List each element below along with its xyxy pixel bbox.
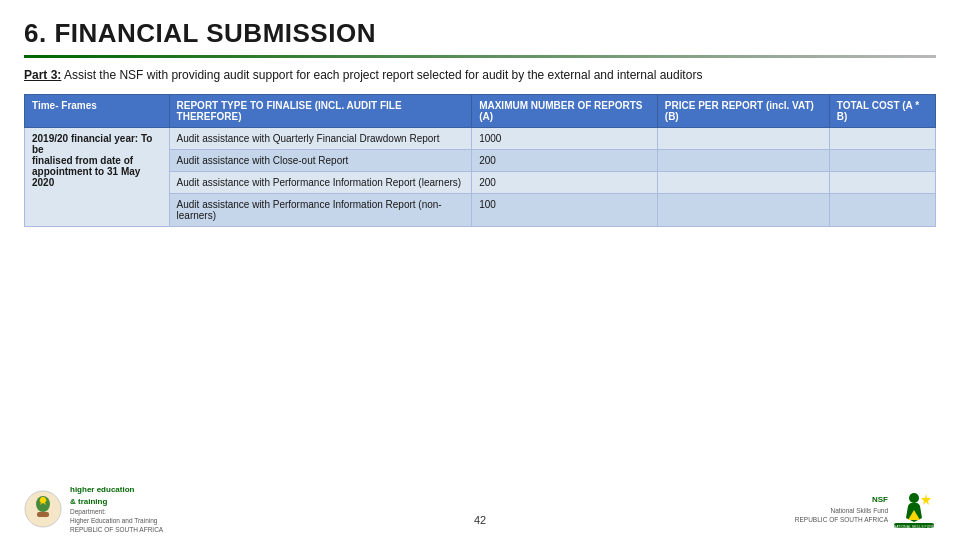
svg-point-5	[909, 493, 919, 503]
total-cost-cell	[829, 194, 935, 227]
total-cost-cell	[829, 128, 935, 150]
col-report-type: REPORT TYPE TO FINALISE (INCL. AUDIT FIL…	[169, 95, 472, 128]
subtitle-rest: Assist the NSF with providing audit supp…	[61, 68, 702, 82]
footer-right: NSF National Skills Fund REPUBLIC OF SOU…	[795, 490, 936, 528]
total-cost-cell	[829, 150, 935, 172]
col-timeframes: Time- Frames	[25, 95, 170, 128]
price-cell	[657, 150, 829, 172]
nsf-label: NSF	[795, 494, 888, 505]
svg-text:NATIONAL SKILLS FUND: NATIONAL SKILLS FUND	[894, 525, 935, 529]
svg-rect-2	[37, 512, 49, 517]
footer-dept-text: higher education & training Department: …	[70, 484, 163, 534]
page-title: 6. FINANCIAL SUBMISSION	[24, 18, 936, 49]
dept-name-line1: higher education	[70, 484, 163, 495]
price-cell	[657, 194, 829, 227]
page-container: 6. FINANCIAL SUBMISSION Part 3: Assist t…	[0, 0, 960, 540]
nsf-emblem-icon: NATIONAL SKILLS FUND	[892, 490, 936, 528]
total-cost-cell	[829, 172, 935, 194]
subtitle: Part 3: Assist the NSF with providing au…	[24, 66, 936, 84]
dept-sub3: REPUBLIC OF SOUTH AFRICA	[70, 525, 163, 534]
col-total-cost: TOTAL COST (A * B)	[829, 95, 935, 128]
nsf-country: REPUBLIC OF SOUTH AFRICA	[795, 515, 888, 524]
timeframe-cell: 2019/20 financial year: To befinalised f…	[25, 128, 170, 227]
table-row: 2019/20 financial year: To befinalised f…	[25, 128, 936, 150]
price-cell	[657, 128, 829, 150]
nsf-full-name: National Skills Fund	[795, 506, 888, 515]
subtitle-part3: Part 3:	[24, 68, 61, 82]
divider	[24, 55, 936, 58]
sa-coa-logo	[24, 490, 62, 528]
svg-marker-6	[921, 494, 931, 505]
submission-table: Time- Frames REPORT TYPE TO FINALISE (IN…	[24, 94, 936, 227]
footer: higher education & training Department: …	[0, 476, 960, 540]
dept-name-line2: & training	[70, 496, 163, 507]
report-type-cell: Audit assistance with Performance Inform…	[169, 172, 472, 194]
nsf-text: NSF National Skills Fund REPUBLIC OF SOU…	[795, 494, 888, 523]
price-cell	[657, 172, 829, 194]
max-reports-cell: 200	[472, 172, 658, 194]
max-reports-cell: 100	[472, 194, 658, 227]
max-reports-cell: 200	[472, 150, 658, 172]
page-number: 42	[474, 514, 486, 526]
report-type-cell: Audit assistance with Quarterly Financia…	[169, 128, 472, 150]
report-type-cell: Audit assistance with Close-out Report	[169, 150, 472, 172]
dept-sub1: Department:	[70, 507, 163, 516]
dept-sub2: Higher Education and Training	[70, 516, 163, 525]
footer-left: higher education & training Department: …	[24, 484, 163, 534]
timeframe-text: 2019/20 financial year: To befinalised f…	[32, 133, 152, 188]
report-type-cell: Audit assistance with Performance Inform…	[169, 194, 472, 227]
max-reports-cell: 1000	[472, 128, 658, 150]
col-price: PRICE PER REPORT (incl. VAT) (B)	[657, 95, 829, 128]
col-max-reports: MAXIMUM NUMBER OF REPORTS (A)	[472, 95, 658, 128]
